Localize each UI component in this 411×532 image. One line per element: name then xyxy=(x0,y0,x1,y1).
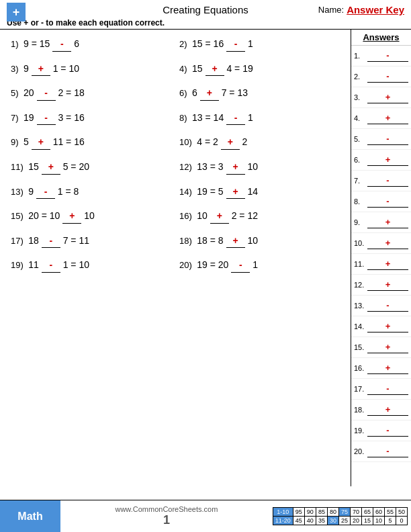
score-table: 1-10 95 90 85 80 75 70 65 60 55 50 11-20… xyxy=(273,507,408,525)
problem-20: 20) 19 = 20 - 1 xyxy=(175,253,344,278)
answers-sidebar: Answers 1. - 2. - 3. + 4. + 5. - 6. + 7.… xyxy=(351,30,411,486)
answer-row-18: 18. + xyxy=(351,400,411,420)
answer-row-3: 3. + xyxy=(351,87,411,108)
answer-row-20: 20. - xyxy=(351,441,411,462)
problem-6: 6) 6 + 7 = 13 xyxy=(175,81,344,106)
answer-row-10: 10. + xyxy=(351,233,411,254)
problem-2: 2) 15 = 16 - 1 xyxy=(175,32,344,57)
problem-5: 5) 20 - 2 = 18 xyxy=(7,81,175,106)
answer-row-9: 9. + xyxy=(351,212,411,233)
problem-7: 7) 19 - 3 = 16 xyxy=(7,106,175,131)
answer-row-19: 19. - xyxy=(351,420,411,441)
answer-row-16: 16. + xyxy=(351,358,411,379)
answer-row-6: 6. + xyxy=(351,150,411,171)
answer-row-13: 13. - xyxy=(351,296,411,316)
answer-row-11: 11. + xyxy=(351,254,411,275)
website-label: www.CommonCoreSheets.com xyxy=(115,505,218,513)
answers-header: Answers xyxy=(351,30,411,46)
answer-row-2: 2. - xyxy=(351,66,411,87)
page-title: Creating Equations xyxy=(163,4,248,15)
problem-11: 11) 15 + 5 = 20 xyxy=(7,155,175,180)
problem-9: 9) 5 + 11 = 16 xyxy=(7,130,175,155)
logo-icon: + xyxy=(7,3,26,21)
instructions: Use + or - to make each equation correct… xyxy=(0,17,411,30)
problem-16: 16) 10 + 2 = 12 xyxy=(175,204,344,229)
answer-row-4: 4. + xyxy=(351,108,411,129)
answer-row-5: 5. - xyxy=(351,129,411,150)
answer-row-1: 1. - xyxy=(351,46,411,66)
problem-17: 17) 18 - 7 = 11 xyxy=(7,229,175,254)
main-content: 1) 9 = 15 - 6 2) 15 = 16 - 1 3) 9 + 1 = … xyxy=(0,30,411,486)
answer-row-12: 12. + xyxy=(351,275,411,296)
problem-15: 15) 20 = 10 + 10 xyxy=(7,204,175,229)
range-1-10: 1-10 xyxy=(273,508,293,517)
answer-row-15: 15. + xyxy=(351,337,411,358)
answer-row-17: 17. - xyxy=(351,379,411,400)
footer-math-label: Math xyxy=(0,500,60,532)
problems-area: 1) 9 = 15 - 6 2) 15 = 16 - 1 3) 9 + 1 = … xyxy=(0,30,351,486)
range-11-20: 11-20 xyxy=(273,517,293,525)
header: + Creating Equations Name: Answer Key xyxy=(0,0,411,17)
problem-4: 4) 15 + 4 = 19 xyxy=(175,57,344,82)
problem-num: 1) xyxy=(11,39,21,49)
problems-grid: 1) 9 = 15 - 6 2) 15 = 16 - 1 3) 9 + 1 = … xyxy=(7,32,344,278)
answer-row-8: 8. - xyxy=(351,191,411,212)
answer-row-7: 7. - xyxy=(351,171,411,191)
footer-score-table: 1-10 95 90 85 80 75 70 65 60 55 50 11-20… xyxy=(273,500,411,532)
name-area: Name: Answer Key xyxy=(318,4,404,15)
answer-row-14: 14. + xyxy=(351,316,411,337)
problem-1: 1) 9 = 15 - 6 xyxy=(7,32,175,57)
name-label: Name: xyxy=(318,5,344,15)
problem-18: 18) 18 = 8 + 10 xyxy=(175,229,344,254)
page-number: 1 xyxy=(163,513,170,527)
problem-19: 19) 11 - 1 = 10 xyxy=(7,253,175,278)
problem-13: 13) 9 - 1 = 8 xyxy=(7,180,175,205)
problem-8: 8) 13 = 14 - 1 xyxy=(175,106,344,131)
problem-10: 10) 4 = 2 + 2 xyxy=(175,130,344,155)
problem-14: 14) 19 = 5 + 14 xyxy=(175,180,344,205)
footer-center: www.CommonCoreSheets.com 1 xyxy=(60,500,273,532)
answer-key-label: Answer Key xyxy=(347,4,404,15)
problem-3: 3) 9 + 1 = 10 xyxy=(7,57,175,82)
problem-12: 12) 13 = 3 + 10 xyxy=(175,155,344,180)
footer: Math www.CommonCoreSheets.com 1 1-10 95 … xyxy=(0,500,411,532)
